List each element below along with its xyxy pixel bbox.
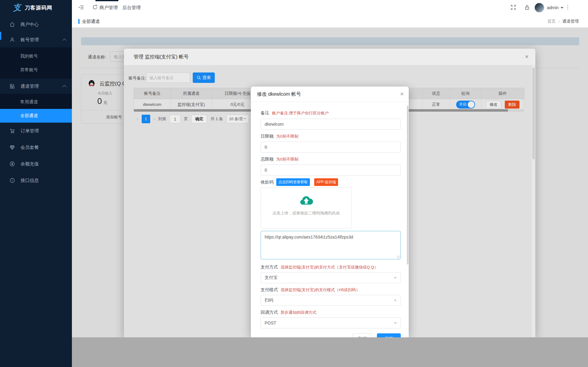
sidebar-item-label: 商户中心 [20,22,39,28]
sidebar-item-label: 接口信息 [20,178,39,184]
info-circle-icon [9,177,15,184]
daily-limit-label: 日限额 [261,134,274,139]
callback-label: 回调方式 [261,310,278,315]
refresh-icon[interactable] [92,4,99,11]
yen-circle-icon [9,161,15,167]
edit-account-modal: 修改 dkewlcom 帐号 × 备注 账户备注,便于商户自行区分账户 日限额 … [251,87,409,337]
edit-modal-header: 修改 dkewlcom 帐号 × [251,87,409,102]
pay-mode-label: 支付模式 [261,287,278,293]
sidebar-item-abnormal-accounts[interactable]: 异常账号 [0,63,72,77]
sidebar-item-label: 会员套餐 [20,145,39,150]
breadcrumb: 首页 / 通道管理 [547,15,579,28]
sidebar-item-label: 通道管理 [20,83,39,89]
chevron-up-icon [62,85,66,89]
edit-modal-title: 修改 dkewlcom 帐号 [257,87,301,102]
user-menu[interactable]: admin [534,0,564,15]
page-title: 全部通道 [82,15,100,28]
brand-logo: 支 刀客源码网 [0,0,72,15]
lock-icon[interactable] [524,4,531,11]
remark-hint: 账户备注,便于商户自行区分账户 [272,110,329,116]
callback-select[interactable]: POST [261,317,401,328]
sidebar-item-merchant-center[interactable]: 商户中心 [0,17,72,32]
sidebar-item-channel-mgmt[interactable]: 通道管理 [0,79,72,94]
cart-icon [9,128,15,134]
edit-modal-scrollbar-thumb[interactable] [407,106,408,265]
gem-icon [9,144,15,150]
qrcode-label: 收款码 [261,180,274,185]
pay-method-label-row: 支付方式 选择监控端(支付宝)的支付方式（支付宝或微信或Q Q） [261,265,378,270]
tab-backend-mgmt[interactable]: 后台管理 [122,0,141,15]
sidebar-item-label: 余额充值 [20,161,39,167]
cancel-button[interactable]: 取消 [352,333,373,337]
cloud-upload-icon [299,195,314,206]
page-title-bar: 全部通道 首页 / 通道管理 [72,15,588,28]
callback-label-row: 回调方式 异步通知的回调方式 [261,310,316,315]
sidebar-item-all-channels[interactable]: 全部通道 [0,109,72,123]
total-limit-input[interactable] [261,165,401,176]
channels-icon [9,83,15,89]
app-window: 支 刀客源码网 商户中心 账号管理 我的账号 异常账号 通道管理 [0,0,588,367]
close-icon[interactable]: × [398,91,406,98]
remark-field-label-row: 备注 账户备注,便于商户自行区分账户 [261,110,329,116]
sidebar-item-account-mgmt[interactable]: 账号管理 [0,32,72,47]
submenu-account: 我的账号 异常账号 [0,47,72,79]
pay-mode-select[interactable]: 扫码 [261,295,401,306]
save-button[interactable]: 保存 [377,333,401,337]
remark-input[interactable] [261,119,401,130]
pay-mode-hint: 选择监控端(支付宝)的支付模式（H5或扫码） [281,287,360,293]
pay-method-hint: 选择监控端(支付宝)的支付方式（支付宝或微信或Q Q） [281,265,378,270]
chevron-down-icon [560,7,564,10]
qrcode-label-row: 收款码 点击扫码登录获取 APP-监控端 [261,178,338,186]
fullscreen-icon[interactable] [510,4,517,11]
remark-label: 备注 [261,110,269,116]
scan-login-badge-button[interactable]: 点击扫码登录获取 [276,178,310,186]
user-icon [9,37,15,43]
sidebar-item-member-packages[interactable]: 会员套餐 [0,139,72,156]
title-accent-bar [78,19,80,24]
more-options-icon[interactable]: ⋮ [565,4,570,10]
sidebar-item-api-info[interactable]: 接口信息 [0,172,72,189]
sidebar-item-my-accounts[interactable]: 我的账号 [0,49,72,63]
submenu-channels: 常用通道 全部通道 [0,94,72,123]
chevron-down-icon [394,322,397,325]
total-limit-label-row: 总限额 为0则不限制 [261,157,298,162]
chevron-up-icon [62,39,66,43]
pay-method-select[interactable]: 支付宝 [261,272,401,283]
upload-hint-text: 点击上传，或将收款二维码拖拽到此处 [261,210,352,216]
qrcode-url-textarea[interactable]: https://qr.alipay.com/aex17834i1z5za14lf… [261,231,401,259]
total-limit-hint: 为0则不限制 [276,157,298,162]
app-monitor-badge-button[interactable]: APP-监控端 [314,178,338,186]
breadcrumb-current: 通道管理 [562,19,579,24]
page-footer-area [72,337,588,367]
pay-mode-label-row: 支付模式 选择监控端(支付宝)的支付模式（H5或扫码） [261,287,360,293]
chevron-down-icon [394,300,397,303]
topbar: 商户管理 后台管理 admin ⋮ [72,0,588,16]
daily-limit-label-row: 日限额 为0则不限制 [261,134,298,139]
sidebar-item-label: 账号管理 [20,37,39,43]
sidebar-item-balance-recharge[interactable]: 余额充值 [0,156,72,172]
callback-hint: 异步通知的回调方式 [281,310,316,315]
sidebar-item-order-mgmt[interactable]: 订单管理 [0,123,72,139]
tab-merchant-mgmt[interactable]: 商户管理 [99,0,118,15]
daily-limit-input[interactable] [261,142,401,153]
breadcrumb-home[interactable]: 首页 [547,19,556,24]
qrcode-upload-dropzone[interactable]: 点击上传，或将收款二维码拖拽到此处 [261,187,352,228]
pay-method-label: 支付方式 [261,265,278,270]
breadcrumb-separator: / [558,19,560,24]
home-icon [9,21,15,28]
sidebar: 支 刀客源码网 商户中心 账号管理 我的账号 异常账号 通道管理 [0,0,72,367]
avatar [534,3,544,13]
collapse-menu-icon[interactable] [78,4,85,11]
sidebar-item-label: 订单管理 [20,128,39,134]
total-limit-label: 总限额 [261,157,274,162]
brand-logo-icon: 支 [12,2,22,14]
chevron-down-icon [394,277,397,280]
daily-limit-hint: 为0则不限制 [276,134,298,139]
sidebar-item-common-channels[interactable]: 常用通道 [0,95,72,109]
username: admin [547,5,559,10]
brand-name: 刀客源码网 [25,4,52,11]
